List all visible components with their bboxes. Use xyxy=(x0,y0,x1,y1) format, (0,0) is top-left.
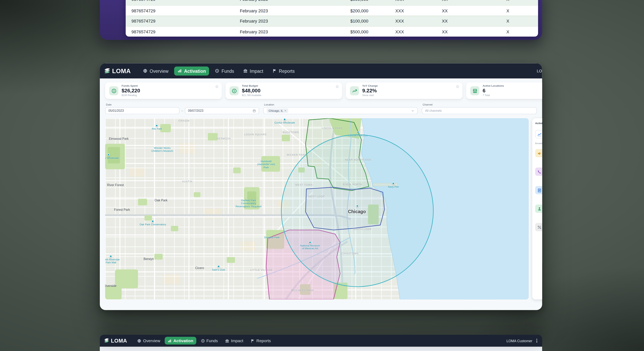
cell-period: February 2023 xyxy=(240,8,350,13)
loma-logo[interactable]: LOMA xyxy=(104,338,127,344)
map-label: AUSTIN xyxy=(182,180,192,184)
map-label: WEST LOOP xyxy=(308,195,325,198)
map-label: Oak Park xyxy=(154,198,167,202)
location-filter-label: Location xyxy=(264,103,418,106)
trend-up-icon xyxy=(352,88,357,93)
map-label: Navy Pier xyxy=(388,182,399,188)
table-row[interactable]: 9876574729February 2023$500,000XXXXXX xyxy=(126,0,538,5)
location-chip[interactable]: Chicago, IL × xyxy=(266,108,288,113)
report-icon xyxy=(272,69,277,73)
megaphone-icon xyxy=(537,151,542,156)
calendar-icon xyxy=(252,109,256,112)
activity-tile-clipboard-icon[interactable] xyxy=(535,186,542,194)
line-chart-icon xyxy=(537,132,542,136)
date-range-separator: – xyxy=(181,109,183,112)
bank-icon xyxy=(225,339,229,343)
map-label xyxy=(356,205,359,208)
info-icon[interactable] xyxy=(456,85,459,88)
cell-id: 9876574729 xyxy=(132,8,240,13)
svg-text:$: $ xyxy=(202,340,203,342)
leaf-logo-icon xyxy=(104,68,110,74)
nav-item-overview[interactable]: Overview xyxy=(134,337,163,344)
map-label: RIVER NORTH xyxy=(342,183,362,186)
bottom-dashboard-header: LOMA OverviewActivation$FundsImpactRepor… xyxy=(100,335,542,347)
nav-item-funds[interactable]: $Funds xyxy=(198,337,220,344)
nav-item-activation[interactable]: Activation xyxy=(165,337,196,344)
kebab-menu-icon[interactable] xyxy=(536,338,538,343)
nav-item-label: Funds xyxy=(206,338,218,343)
report-icon xyxy=(250,339,255,343)
activity-tile-percent-icon[interactable] xyxy=(535,223,542,231)
map-labels: ChicagoElmwood ParkRiver ForestOak ParkF… xyxy=(105,118,528,300)
svg-text:$: $ xyxy=(216,70,218,72)
map-label: Riverside xyxy=(105,284,116,288)
cell-id: 9876574729 xyxy=(132,0,240,2)
cell-col5: XX xyxy=(412,0,478,2)
nav-item-funds[interactable]: $Funds xyxy=(212,66,237,75)
nav-item-impact[interactable]: Impact xyxy=(222,337,246,344)
person-icon xyxy=(537,206,542,211)
globe-icon xyxy=(143,69,148,73)
cell-id: 9876574729 xyxy=(132,19,240,24)
account-menu[interactable]: LOMA Customer xyxy=(506,338,538,343)
map-label: WICKER PARK xyxy=(287,154,306,157)
table-screenshot-frame: 9876574729February 2023$500,000XXXXXX987… xyxy=(100,0,542,40)
stats-row: $Funds Spent$26,220$100 Pending$Total Bu… xyxy=(100,78,542,99)
cell-col6: X xyxy=(478,8,538,13)
channel-select[interactable]: All channels xyxy=(422,107,537,114)
nav-item-reports[interactable]: Reports xyxy=(248,337,274,344)
map-label: Forest Park xyxy=(114,208,130,212)
info-icon[interactable] xyxy=(336,85,339,88)
table-row[interactable]: 9876574729February 2023$500,000XXXXXX xyxy=(126,26,538,36)
date-end-input[interactable]: 09/07/2023 xyxy=(185,107,259,114)
customer-label: LOMA Customer xyxy=(506,339,532,343)
activity-tiles xyxy=(535,149,542,242)
map-row: ChicagoElmwood ParkRiver ForestOak ParkF… xyxy=(100,114,542,300)
account-label-clipped[interactable]: LO xyxy=(537,63,542,78)
brand-text: LOMA xyxy=(111,338,127,344)
date-start-input[interactable]: 05/01/2023 xyxy=(105,107,180,114)
activity-tile-person-icon[interactable] xyxy=(535,204,542,213)
nav-item-label: Activation xyxy=(173,338,193,343)
activity-tile-phone-icon[interactable] xyxy=(535,168,542,176)
info-icon[interactable] xyxy=(215,85,218,88)
bottom-content-strip xyxy=(100,347,542,351)
cell-col4: XXX xyxy=(387,29,412,34)
stat-sub: $21,780 Available xyxy=(242,94,262,97)
bank-icon xyxy=(243,69,248,73)
dashboard-header: LOMA OverviewActivation$FundsImpactRepor… xyxy=(100,63,542,78)
cell-period: February 2023 xyxy=(240,0,350,2)
activity-tile-megaphone-icon[interactable] xyxy=(535,149,542,157)
nav-item-activation[interactable]: Activation xyxy=(174,66,209,75)
loma-logo[interactable]: LOMA xyxy=(104,67,131,74)
chevron-down-icon xyxy=(411,109,414,112)
cell-col5: XX xyxy=(412,19,478,24)
stat-card: $Total Budget$48,000$21,780 Available xyxy=(226,82,342,99)
nav-item-reports[interactable]: Reports xyxy=(269,66,298,75)
chip-remove-icon[interactable]: × xyxy=(284,109,286,112)
coin-icon: $ xyxy=(215,69,220,73)
nav-item-label: Overview xyxy=(143,338,160,343)
table-row[interactable]: 9876574729February 2023$100,000XXXXXX xyxy=(126,16,538,26)
activity-tile-line-chart-icon[interactable] xyxy=(535,130,542,138)
map-label: Wonder WorksChildren's Museum xyxy=(152,146,173,152)
activity-panel-title: Activity xyxy=(535,122,542,124)
cell-amount: $100,000 xyxy=(350,19,387,24)
chicago-map[interactable]: ChicagoElmwood ParkRiver ForestOak ParkF… xyxy=(105,118,528,300)
cell-col4: XXX xyxy=(387,8,412,13)
poi-marker-icon xyxy=(392,182,395,185)
location-select[interactable]: Chicago, IL × xyxy=(263,107,418,114)
nav-item-label: Reports xyxy=(256,338,271,343)
phone-icon xyxy=(537,170,542,174)
nav-item-overview[interactable]: Overview xyxy=(140,66,172,75)
map-label: Riis Park xyxy=(152,124,162,130)
globe-icon xyxy=(138,339,142,343)
dollar-circle-icon: $ xyxy=(111,88,116,93)
nav-item-impact[interactable]: Impact xyxy=(240,66,266,75)
cell-col6: X xyxy=(478,0,538,2)
location-chip-label: Chicago, IL xyxy=(269,109,283,112)
table-row[interactable]: 9876574729February 2023$200,000XXXXXX xyxy=(126,5,538,16)
channel-filter: Channel All channels xyxy=(422,103,537,114)
activity-chart-slot xyxy=(535,130,542,142)
cell-id: 9876574729 xyxy=(132,29,240,34)
